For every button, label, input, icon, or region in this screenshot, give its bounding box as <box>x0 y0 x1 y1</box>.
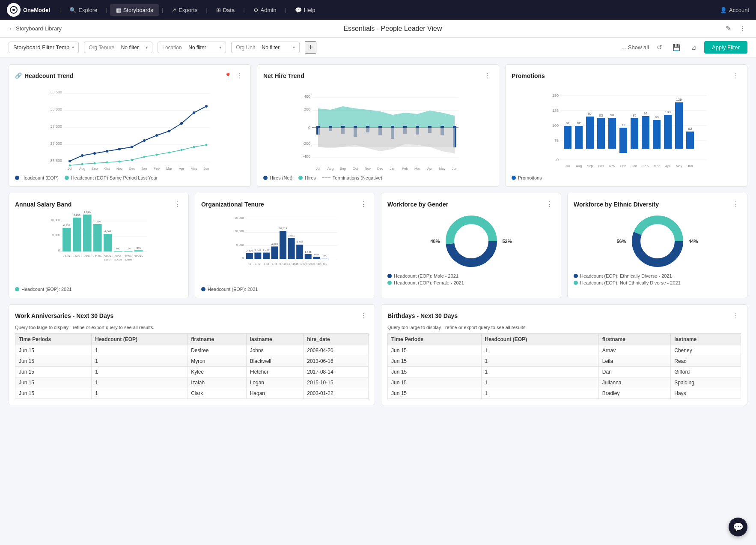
chart-menu-icon-3[interactable]: ⋮ <box>731 71 741 81</box>
chart-menu-icon-2[interactable]: ⋮ <box>482 71 493 81</box>
svg-rect-139 <box>124 251 133 252</box>
legend-ethnic-diverse: Headcount (EOP): Ethnically Diverse - 20… <box>574 273 741 278</box>
svg-text:Apr: Apr <box>665 164 671 168</box>
back-link[interactable]: ← Storyboard Library <box>9 25 62 32</box>
birthdays-query-msg: Query too large to display - refine or e… <box>387 325 741 330</box>
svg-text:Dec: Dec <box>129 167 135 171</box>
svg-text:5,000: 5,000 <box>52 234 60 237</box>
workforce-ethnic-header: Workforce by Ethnic Diversity ⋮ <box>574 199 741 209</box>
svg-rect-136 <box>93 224 102 252</box>
location-filter[interactable]: Location No filter ▾ <box>158 42 226 53</box>
svg-text:38,500: 38,500 <box>50 90 62 94</box>
svg-point-29 <box>143 156 146 158</box>
svg-text:82: 82 <box>577 121 581 125</box>
show-all-button[interactable]: ... Show all <box>622 44 649 51</box>
promotions-card: Promotions ⋮ 150 125 100 75 0 <box>505 64 747 187</box>
svg-text:7,841: 7,841 <box>288 234 295 237</box>
svg-text:May: May <box>190 167 197 171</box>
svg-text:Aug: Aug <box>576 164 582 168</box>
chart-menu-icon[interactable]: ⋮ <box>234 71 244 81</box>
svg-point-200 <box>458 228 484 254</box>
net-hire-trend-header: Net Hire Trend ⋮ <box>263 71 493 81</box>
gender-legend: Headcount (EOP): Male - 2021 Headcount (… <box>387 273 555 285</box>
work-anniversaries-table: Time Periods Headcount (EOP) firstname l… <box>15 333 369 399</box>
svg-text:<$80k: <$80k <box>83 255 91 258</box>
svg-text:Jun: Jun <box>452 167 458 171</box>
charts-row-3: Work Anniversaries - Next 30 Days ⋮ Quer… <box>9 304 747 405</box>
svg-text:Nov: Nov <box>365 167 371 171</box>
nav-storyboards[interactable]: ▦ Storyboards <box>110 4 159 16</box>
nav-explore[interactable]: 🔍 Explore <box>63 4 103 16</box>
main-content: 🔗 Headcount Trend 📍 ⋮ 38,500 38,000 37,5… <box>0 57 756 412</box>
save-filter-icon[interactable]: 💾 <box>670 42 683 53</box>
svg-text:$250k: $250k <box>125 258 132 261</box>
svg-text:Jul: Jul <box>316 167 320 171</box>
svg-text:99: 99 <box>644 111 648 115</box>
legend-male: Headcount (EOP): Male - 2021 <box>387 273 555 278</box>
svg-point-32 <box>181 149 183 151</box>
svg-rect-98 <box>642 116 649 149</box>
headcount-trend-header: 🔗 Headcount Trend 📍 ⋮ <box>15 71 244 81</box>
birthdays-header: Birthdays - Next 30 Days ⋮ <box>387 311 741 320</box>
col-lastname-2: lastname <box>671 334 741 345</box>
svg-point-33 <box>193 146 195 148</box>
nav-data[interactable]: ⊞ Data <box>210 4 241 16</box>
annual-salary-card: Annual Salary Band ⋮ 10,000 5,000 0 6, <box>9 193 189 298</box>
gender-pct-left: 48% <box>430 239 440 244</box>
svg-text:0: 0 <box>58 249 60 252</box>
reset-filter-icon[interactable]: ↺ <box>654 42 665 53</box>
filter-settings-icon[interactable]: ⊿ <box>688 42 699 53</box>
nav-exports[interactable]: ↗ Exports <box>166 4 203 16</box>
chart-menu-icon-5[interactable]: ⋮ <box>358 199 369 209</box>
net-hire-trend-chart: 400 200 0 -200 -400 <box>263 85 493 171</box>
svg-point-24 <box>81 163 83 165</box>
chart-menu-icon-8[interactable]: ⋮ <box>358 311 369 320</box>
svg-text:-200: -200 <box>303 141 310 146</box>
account-menu[interactable]: 👤 Account <box>720 7 749 13</box>
legend-female: Headcount (EOP): Female - 2021 <box>387 280 555 285</box>
svg-rect-175 <box>305 254 312 259</box>
org-unit-filter[interactable]: Org Unit No filter ▾ <box>231 42 300 53</box>
table-row: Jun 151KyleeFletcher2017-08-14 <box>15 367 369 377</box>
svg-text:$150k: $150k <box>104 258 112 261</box>
logo-icon <box>7 3 21 17</box>
add-filter-button[interactable]: + <box>305 41 316 54</box>
svg-point-30 <box>156 154 158 156</box>
edit-button[interactable]: ✎ <box>724 23 733 34</box>
template-filter-dropdown[interactable]: Storyboard Filter Temp ▾ <box>9 42 79 53</box>
svg-text:Aug: Aug <box>79 167 85 171</box>
svg-text:15-<20: 15-<20 <box>295 262 304 265</box>
col-headcount-eop-1: Headcount (EOP) <box>92 334 188 345</box>
svg-text:Dec: Dec <box>620 164 626 168</box>
svg-rect-100 <box>664 115 672 149</box>
svg-point-16 <box>131 146 133 148</box>
more-options-button[interactable]: ⋮ <box>737 23 747 34</box>
back-arrow-icon: ← <box>9 25 14 32</box>
nav-sep-6: | <box>285 7 286 13</box>
svg-point-17 <box>143 139 146 142</box>
svg-rect-170 <box>263 253 270 259</box>
svg-text:89: 89 <box>655 115 659 119</box>
svg-text:Mar: Mar <box>654 164 660 168</box>
svg-rect-102 <box>686 132 694 149</box>
nav-admin[interactable]: ⚙ Admin <box>247 4 283 16</box>
svg-text:$200k: $200k <box>114 258 122 261</box>
nav-help[interactable]: 💬 Help <box>289 4 321 16</box>
org-tenure-filter[interactable]: Org Tenure No filter ▾ <box>84 42 152 53</box>
svg-text:Mar: Mar <box>414 167 420 171</box>
svg-rect-97 <box>631 118 638 149</box>
chart-menu-icon-4[interactable]: ⋮ <box>172 199 182 209</box>
pin-icon[interactable]: 📍 <box>224 72 232 79</box>
chart-menu-icon-9[interactable]: ⋮ <box>731 311 741 320</box>
svg-text:2,452: 2,452 <box>263 249 270 252</box>
svg-rect-95 <box>608 118 616 149</box>
chart-menu-icon-6[interactable]: ⋮ <box>545 199 555 209</box>
svg-text:400: 400 <box>304 94 310 99</box>
top-nav: OneModel | 🔍 Explore | ▦ Storyboards | ↗… <box>0 0 756 20</box>
legend-hires: Hires <box>298 175 316 180</box>
chart-menu-icon-7[interactable]: ⋮ <box>731 199 741 209</box>
logo[interactable]: OneModel <box>7 3 50 17</box>
apply-filter-button[interactable]: Apply Filter <box>704 41 747 54</box>
svg-rect-137 <box>104 234 112 252</box>
svg-rect-91 <box>564 126 571 149</box>
